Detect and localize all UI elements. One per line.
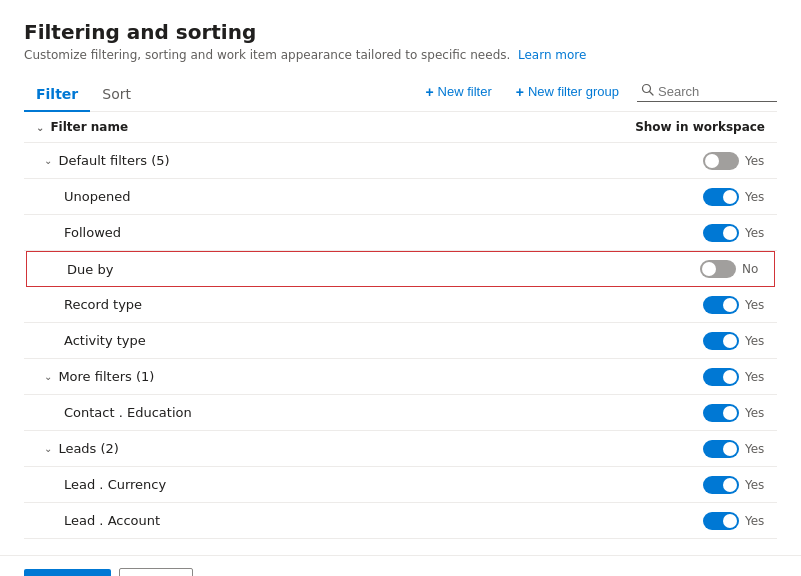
- filter-row-record-type: Record type Yes: [24, 287, 777, 323]
- toggle-contact-education[interactable]: [703, 404, 739, 422]
- filter-row-default-filters-group: ⌄ Default filters (5) Yes: [24, 143, 777, 179]
- filter-controls-lead-account: Yes: [625, 512, 765, 530]
- toggle-wrap-due-by: No: [700, 260, 762, 278]
- toggle-label-due-by: No: [742, 262, 762, 276]
- filter-controls-unopened: Yes: [625, 188, 765, 206]
- plus-icon-filter: +: [425, 84, 433, 100]
- filter-name-record-type: Record type: [36, 297, 625, 312]
- filter-rows: ⌄ Default filters (5) Yes Unopened Yes: [24, 143, 777, 539]
- filter-label-leads-group: Leads (2): [58, 441, 119, 456]
- search-box: [637, 81, 777, 102]
- col-header-workspace: Show in workspace: [625, 120, 765, 134]
- filter-label-activity-type: Activity type: [64, 333, 146, 348]
- svg-line-1: [650, 92, 654, 96]
- toggle-default-filters-group[interactable]: [703, 152, 739, 170]
- filter-row-leads-group: ⌄ Leads (2) Yes: [24, 431, 777, 467]
- filter-controls-leads-group: Yes: [625, 440, 765, 458]
- toggle-wrap-record-type: Yes: [703, 296, 765, 314]
- filter-label-default-filters-group: Default filters (5): [58, 153, 169, 168]
- toggle-label-followed: Yes: [745, 226, 765, 240]
- filter-name-more-filters-group: ⌄ More filters (1): [36, 369, 625, 384]
- publish-button[interactable]: Publish: [24, 569, 111, 576]
- filter-label-contact-education: Contact . Education: [64, 405, 192, 420]
- toggle-wrap-default-filters-group: Yes: [703, 152, 765, 170]
- filter-label-followed: Followed: [64, 225, 121, 240]
- search-icon: [641, 83, 654, 99]
- table-header: ⌄ Filter name Show in workspace: [24, 112, 777, 143]
- toggle-label-default-filters-group: Yes: [745, 154, 765, 168]
- filter-controls-default-filters-group: Yes: [625, 152, 765, 170]
- page-subtitle: Customize filtering, sorting and work it…: [24, 48, 777, 62]
- filter-controls-activity-type: Yes: [625, 332, 765, 350]
- filter-name-followed: Followed: [36, 225, 625, 240]
- chevron-icon-default-filters-group[interactable]: ⌄: [44, 155, 52, 166]
- toggle-due-by[interactable]: [700, 260, 736, 278]
- toggle-followed[interactable]: [703, 224, 739, 242]
- toggle-label-unopened: Yes: [745, 190, 765, 204]
- filter-controls-followed: Yes: [625, 224, 765, 242]
- toggle-wrap-unopened: Yes: [703, 188, 765, 206]
- filter-name-default-filters-group: ⌄ Default filters (5): [36, 153, 625, 168]
- toggle-label-lead-account: Yes: [745, 514, 765, 528]
- toggle-label-lead-currency: Yes: [745, 478, 765, 492]
- filter-controls-contact-education: Yes: [625, 404, 765, 422]
- tab-sort[interactable]: Sort: [90, 78, 143, 112]
- filter-label-unopened: Unopened: [64, 189, 130, 204]
- toggle-wrap-lead-currency: Yes: [703, 476, 765, 494]
- chevron-icon-leads-group[interactable]: ⌄: [44, 443, 52, 454]
- toggle-record-type[interactable]: [703, 296, 739, 314]
- toggle-label-leads-group: Yes: [745, 442, 765, 456]
- filter-row-unopened: Unopened Yes: [24, 179, 777, 215]
- toggle-wrap-contact-education: Yes: [703, 404, 765, 422]
- new-filter-button[interactable]: + New filter: [419, 80, 497, 104]
- filter-controls-more-filters-group: Yes: [625, 368, 765, 386]
- filter-name-due-by: Due by: [39, 262, 622, 277]
- new-filter-group-button[interactable]: + New filter group: [510, 80, 625, 104]
- filter-label-lead-account: Lead . Account: [64, 513, 160, 528]
- toggle-leads-group[interactable]: [703, 440, 739, 458]
- toggle-lead-account[interactable]: [703, 512, 739, 530]
- learn-more-link[interactable]: Learn more: [518, 48, 586, 62]
- toggle-more-filters-group[interactable]: [703, 368, 739, 386]
- filter-row-lead-account: Lead . Account Yes: [24, 503, 777, 539]
- toggle-wrap-lead-account: Yes: [703, 512, 765, 530]
- toggle-wrap-activity-type: Yes: [703, 332, 765, 350]
- filter-name-contact-education: Contact . Education: [36, 405, 625, 420]
- filter-label-record-type: Record type: [64, 297, 142, 312]
- filter-controls-record-type: Yes: [625, 296, 765, 314]
- filter-controls-due-by: No: [622, 260, 762, 278]
- toggle-lead-currency[interactable]: [703, 476, 739, 494]
- filter-name-activity-type: Activity type: [36, 333, 625, 348]
- chevron-icon-more-filters-group[interactable]: ⌄: [44, 371, 52, 382]
- col-chevron-icon[interactable]: ⌄: [36, 122, 44, 133]
- filter-row-more-filters-group: ⌄ More filters (1) Yes: [24, 359, 777, 395]
- filter-label-more-filters-group: More filters (1): [58, 369, 154, 384]
- col-header-name: ⌄ Filter name: [36, 120, 625, 134]
- plus-icon-group: +: [516, 84, 524, 100]
- filter-name-unopened: Unopened: [36, 189, 625, 204]
- filter-name-lead-currency: Lead . Currency: [36, 477, 625, 492]
- filter-label-lead-currency: Lead . Currency: [64, 477, 166, 492]
- filter-row-activity-type: Activity type Yes: [24, 323, 777, 359]
- tabs-right: + New filter + New filter group: [419, 80, 777, 110]
- filter-name-lead-account: Lead . Account: [36, 513, 625, 528]
- tabs-left: Filter Sort: [24, 78, 143, 111]
- toggle-label-contact-education: Yes: [745, 406, 765, 420]
- filter-label-due-by: Due by: [67, 262, 113, 277]
- page-title: Filtering and sorting: [24, 20, 777, 44]
- filter-row-contact-education: Contact . Education Yes: [24, 395, 777, 431]
- filter-row-due-by: Due by No: [26, 251, 775, 287]
- tab-filter[interactable]: Filter: [24, 78, 90, 112]
- toggle-wrap-followed: Yes: [703, 224, 765, 242]
- toggle-activity-type[interactable]: [703, 332, 739, 350]
- footer: Publish Cancel: [0, 555, 801, 576]
- toggle-wrap-leads-group: Yes: [703, 440, 765, 458]
- search-input[interactable]: [658, 84, 768, 99]
- toggle-unopened[interactable]: [703, 188, 739, 206]
- cancel-button[interactable]: Cancel: [119, 568, 193, 576]
- toggle-label-more-filters-group: Yes: [745, 370, 765, 384]
- filter-row-followed: Followed Yes: [24, 215, 777, 251]
- toggle-label-activity-type: Yes: [745, 334, 765, 348]
- filter-row-lead-currency: Lead . Currency Yes: [24, 467, 777, 503]
- filter-name-leads-group: ⌄ Leads (2): [36, 441, 625, 456]
